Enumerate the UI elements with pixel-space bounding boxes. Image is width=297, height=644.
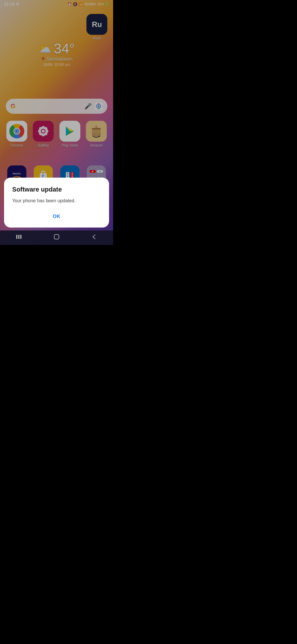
dialog-title: Software update bbox=[12, 186, 101, 193]
software-update-dialog: Software update Your phone has been upda… bbox=[4, 178, 109, 228]
dialog-ok-button[interactable]: OK bbox=[12, 211, 101, 222]
dialog-message: Your phone has been updated. bbox=[12, 197, 101, 204]
